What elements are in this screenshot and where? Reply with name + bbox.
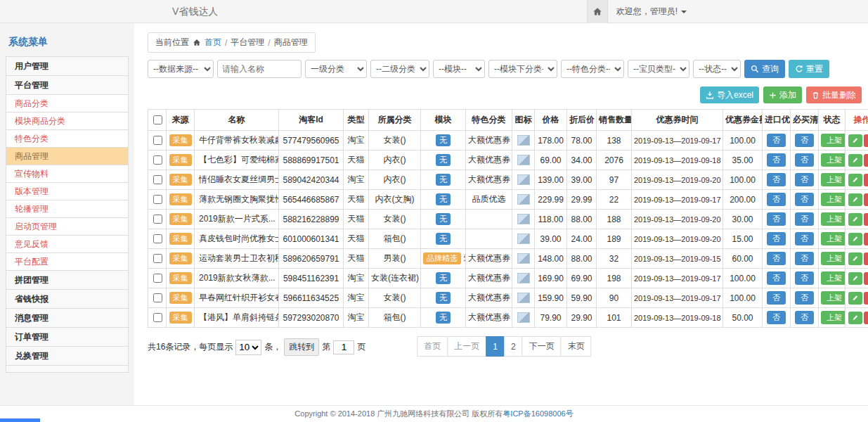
- pagination-button[interactable]: 上一页: [447, 336, 486, 357]
- delete-button[interactable]: [864, 174, 868, 186]
- status-toggle[interactable]: 上架: [821, 252, 846, 265]
- import-select-toggle[interactable]: 否: [767, 153, 786, 167]
- pagination-button[interactable]: 末页: [561, 336, 592, 357]
- sidebar-subitem[interactable]: 宣传物料: [6, 165, 129, 183]
- sidebar-subitem[interactable]: 商品分类: [6, 94, 129, 113]
- import-select-toggle[interactable]: 否: [767, 291, 786, 305]
- horizontal-scrollbar-thumb[interactable]: [0, 418, 40, 422]
- import-select-toggle[interactable]: 否: [767, 212, 786, 226]
- delete-button[interactable]: [864, 154, 868, 167]
- row-checkbox[interactable]: [153, 136, 162, 145]
- must-buy-toggle[interactable]: 否: [795, 252, 814, 265]
- row-checkbox[interactable]: [153, 234, 162, 243]
- status-toggle[interactable]: 上架: [821, 212, 846, 226]
- row-checkbox[interactable]: [153, 313, 162, 322]
- status-toggle[interactable]: 上架: [821, 232, 846, 245]
- edit-button[interactable]: [848, 292, 862, 305]
- pagination-button[interactable]: 2: [504, 336, 523, 357]
- delete-button[interactable]: [864, 272, 868, 285]
- import-select-toggle[interactable]: 否: [767, 311, 786, 324]
- sidebar-subitem[interactable]: 版本管理: [6, 182, 129, 200]
- pagination-button[interactable]: 1: [486, 336, 505, 357]
- sidebar-subitem[interactable]: 启动页管理: [6, 217, 129, 236]
- delete-button[interactable]: [864, 213, 868, 226]
- status-toggle[interactable]: 上架: [821, 291, 846, 305]
- filter-special[interactable]: --特色分类--: [561, 60, 624, 78]
- must-buy-toggle[interactable]: 否: [795, 232, 814, 245]
- batch-delete-button[interactable]: 批量删除: [806, 87, 862, 103]
- row-checkbox[interactable]: [153, 254, 162, 263]
- sidebar-subitem[interactable]: 特色分类: [6, 129, 129, 148]
- row-checkbox[interactable]: [153, 293, 162, 302]
- select-all-checkbox[interactable]: [153, 115, 162, 124]
- import-select-toggle[interactable]: 否: [767, 252, 786, 265]
- status-toggle[interactable]: 上架: [821, 134, 846, 147]
- must-buy-toggle[interactable]: 否: [795, 153, 814, 167]
- edit-button[interactable]: [848, 154, 862, 167]
- edit-button[interactable]: [848, 233, 862, 245]
- sidebar-item[interactable]: 兑换管理: [6, 346, 129, 366]
- filter-level1[interactable]: 一级分类: [305, 60, 367, 78]
- filter-status[interactable]: --状态--: [693, 60, 741, 78]
- filter-module[interactable]: --模块--: [433, 60, 485, 78]
- import-select-toggle[interactable]: 否: [767, 173, 786, 186]
- breadcrumb-home-link[interactable]: 首页: [205, 37, 221, 49]
- jump-button[interactable]: 跳转到: [284, 338, 319, 356]
- row-checkbox[interactable]: [153, 175, 162, 184]
- icp-link[interactable]: 粤ICP备16098006号: [503, 409, 573, 419]
- delete-button[interactable]: [864, 292, 868, 305]
- must-buy-toggle[interactable]: 否: [795, 311, 814, 324]
- sidebar-subitem[interactable]: 模块商品分类: [6, 112, 129, 130]
- status-toggle[interactable]: 上架: [821, 173, 846, 186]
- filter-level2[interactable]: --二级分类--: [370, 60, 429, 78]
- row-checkbox[interactable]: [153, 274, 162, 283]
- edit-button[interactable]: [848, 252, 862, 265]
- must-buy-toggle[interactable]: 否: [795, 212, 814, 226]
- status-toggle[interactable]: 上架: [821, 193, 846, 206]
- edit-button[interactable]: [848, 174, 862, 186]
- filter-module-sub[interactable]: --模块下分类--: [488, 60, 557, 78]
- status-toggle[interactable]: 上架: [821, 153, 846, 167]
- page-input[interactable]: [333, 340, 354, 354]
- row-checkbox[interactable]: [153, 215, 162, 224]
- sidebar-subitem[interactable]: 平台配置: [6, 252, 129, 271]
- delete-button[interactable]: [864, 193, 868, 206]
- filter-data-source[interactable]: --数据来源--: [148, 60, 214, 78]
- must-buy-toggle[interactable]: 否: [795, 193, 814, 206]
- per-page-select[interactable]: 10: [235, 340, 261, 355]
- add-button[interactable]: 添加: [763, 87, 802, 103]
- sidebar-item[interactable]: 拼团管理: [6, 270, 129, 290]
- sidebar-item[interactable]: 省钱快报: [6, 289, 129, 309]
- edit-button[interactable]: [848, 272, 862, 285]
- sidebar-item[interactable]: 平台管理: [6, 75, 129, 95]
- pagination-button[interactable]: 下一页: [522, 336, 562, 357]
- sidebar-subitem[interactable]: 轮播管理: [6, 200, 129, 218]
- import-select-toggle[interactable]: 否: [767, 232, 786, 245]
- import-select-toggle[interactable]: 否: [767, 271, 786, 285]
- import-select-toggle[interactable]: 否: [767, 134, 786, 147]
- sidebar-item[interactable]: 消息管理: [6, 308, 129, 328]
- must-buy-toggle[interactable]: 否: [795, 271, 814, 285]
- must-buy-toggle[interactable]: 否: [795, 173, 814, 186]
- edit-button[interactable]: [848, 213, 862, 226]
- edit-button[interactable]: [848, 193, 862, 206]
- status-toggle[interactable]: 上架: [821, 311, 846, 324]
- edit-button[interactable]: [848, 312, 862, 324]
- pagination-button[interactable]: 首页: [417, 336, 448, 357]
- import-select-toggle[interactable]: 否: [767, 193, 786, 206]
- edit-button[interactable]: [848, 134, 862, 147]
- home-button[interactable]: [587, 0, 608, 23]
- row-checkbox[interactable]: [153, 155, 162, 165]
- import-excel-button[interactable]: 导入excel: [700, 87, 759, 103]
- must-buy-toggle[interactable]: 否: [795, 134, 814, 147]
- sidebar-item-partial[interactable]: [6, 365, 129, 373]
- delete-button[interactable]: [864, 252, 868, 265]
- delete-button[interactable]: [864, 134, 868, 147]
- status-toggle[interactable]: 上架: [821, 271, 846, 285]
- row-checkbox[interactable]: [153, 195, 162, 204]
- reset-button[interactable]: 重置: [789, 60, 829, 78]
- sidebar-subitem[interactable]: 意见反馈: [6, 235, 129, 253]
- filter-item-type[interactable]: --宝贝类型--: [628, 60, 689, 78]
- delete-button[interactable]: [864, 233, 868, 245]
- search-button[interactable]: 查询: [744, 60, 785, 78]
